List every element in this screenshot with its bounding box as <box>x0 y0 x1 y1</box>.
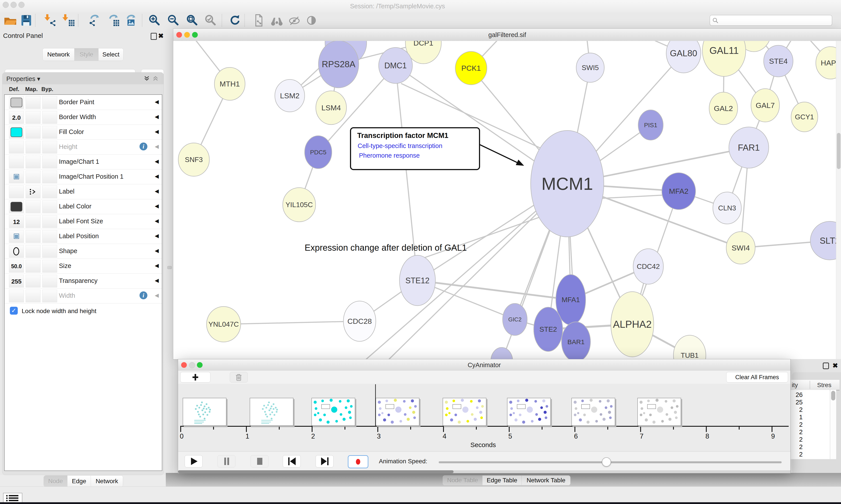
collapse-arrow-icon[interactable]: ◀ <box>155 263 159 269</box>
save-session-icon[interactable] <box>19 13 33 28</box>
close-table-panel-icon[interactable]: ✖ <box>833 362 838 370</box>
property-byp-cell[interactable] <box>42 141 57 154</box>
tab-node-table[interactable]: Node Table <box>443 475 482 485</box>
cyanimator-timeline[interactable]: 0123456789 Seconds <box>178 384 790 451</box>
property-map-cell[interactable] <box>25 230 40 243</box>
collapse-arrow-icon[interactable]: ◀ <box>155 248 159 254</box>
timeline-frame-3[interactable] <box>311 398 355 426</box>
network-node-dmc1[interactable]: DMC1 <box>379 48 412 84</box>
clear-all-frames-button[interactable]: Clear All Frames <box>726 372 788 382</box>
network-node-hap2[interactable]: HAP2 <box>816 47 836 79</box>
network-node-yil105c[interactable]: YIL105C <box>283 187 316 222</box>
refresh-icon[interactable] <box>228 13 242 28</box>
network-node-pdc5[interactable]: PDC5 <box>305 136 332 168</box>
property-map-cell[interactable] <box>25 260 40 273</box>
collapse-arrow-icon[interactable]: ◀ <box>155 158 159 164</box>
collapse-arrow-icon[interactable]: ◀ <box>155 114 159 120</box>
network-node-botp[interactable] <box>491 347 513 359</box>
network-node-mcm1[interactable]: MCM1 <box>531 130 604 237</box>
network-node-tub1[interactable]: TUB1 <box>674 335 706 359</box>
collapse-arrow-icon[interactable]: ◀ <box>155 277 159 284</box>
pause-button[interactable] <box>217 455 235 467</box>
network-node-snf3[interactable]: SNF3 <box>178 143 209 176</box>
play-button[interactable] <box>185 455 202 467</box>
property-def-cell[interactable] <box>9 96 24 109</box>
add-frame-button[interactable] <box>180 372 211 382</box>
delete-frame-button[interactable] <box>230 372 248 382</box>
tab-network[interactable]: Network <box>91 475 123 487</box>
tab-node[interactable]: Node <box>44 475 68 487</box>
collapse-arrow-icon[interactable]: ◀ <box>155 292 159 299</box>
tab-style[interactable]: Style <box>74 48 99 61</box>
timeline-frame-4[interactable] <box>376 398 419 426</box>
network-node-gal80[interactable]: GAL80 <box>666 41 701 73</box>
column-header-stress[interactable]: Stres <box>817 382 831 389</box>
task-history-button[interactable] <box>3 493 22 503</box>
zoom-out-icon[interactable] <box>166 13 180 28</box>
divider-handle-icon[interactable] <box>167 266 172 269</box>
property-byp-cell[interactable] <box>42 260 57 273</box>
tab-network[interactable]: Network <box>43 48 74 61</box>
network-node-swi5[interactable]: SWI5 <box>576 53 604 82</box>
collapse-all-icon[interactable] <box>152 75 159 82</box>
tab-select[interactable]: Select <box>99 48 123 61</box>
next-button[interactable] <box>316 455 334 467</box>
property-def-cell[interactable] <box>9 230 24 243</box>
open-session-icon[interactable] <box>3 13 18 28</box>
tab-edge[interactable]: Edge <box>68 475 91 487</box>
new-table-icon[interactable] <box>106 13 121 28</box>
timeline-playhead[interactable] <box>375 384 376 426</box>
timeline-horizontal-scrollbar[interactable] <box>178 470 790 473</box>
scrollbar-thumb[interactable] <box>831 391 835 400</box>
network-annotation[interactable]: Transcription factor MCM1 Cell-type-spec… <box>350 127 480 170</box>
record-button[interactable] <box>348 455 369 468</box>
network-node-swi4[interactable]: SWI4 <box>726 232 755 264</box>
open-session-file-icon[interactable] <box>252 13 266 28</box>
property-byp-cell[interactable] <box>42 200 57 213</box>
zoom-window-button[interactable] <box>18 2 24 8</box>
network-node-bar1[interactable]: BAR1 <box>561 322 590 359</box>
property-byp-cell[interactable] <box>42 170 57 183</box>
property-map-cell[interactable] <box>25 215 40 228</box>
column-header-ity[interactable]: ity <box>792 382 798 389</box>
property-byp-cell[interactable] <box>42 126 57 139</box>
property-map-cell[interactable] <box>25 185 40 198</box>
tab-network-table[interactable]: Network Table <box>522 475 570 485</box>
property-def-cell[interactable]: 255 <box>9 275 24 287</box>
stop-button[interactable] <box>251 455 269 467</box>
close-window-button[interactable] <box>3 2 9 8</box>
property-byp-cell[interactable] <box>42 275 57 287</box>
network-node-alpha2[interactable]: ALPHA2 <box>611 292 654 357</box>
network-node-gic2[interactable]: GIC2 <box>503 303 527 336</box>
network-node-cdc28[interactable]: CDC28 <box>343 301 376 341</box>
timeline-frame-6[interactable] <box>507 398 551 426</box>
properties-header[interactable]: Properties ▾ <box>2 72 164 84</box>
network-node-gcy1[interactable]: GCY1 <box>791 102 818 132</box>
annotation-link-1[interactable]: Cell-type-specific transcription <box>358 142 442 149</box>
float-panel-icon[interactable] <box>151 33 157 40</box>
property-byp-cell[interactable] <box>42 230 57 243</box>
network-node-lsm4[interactable]: LSM4 <box>316 91 346 125</box>
network-node-far1[interactable]: FAR1 <box>729 127 769 168</box>
property-byp-cell[interactable] <box>42 96 57 109</box>
property-byp-cell[interactable] <box>42 111 57 124</box>
collapse-arrow-icon[interactable]: ◀ <box>155 188 159 194</box>
property-def-cell[interactable] <box>9 185 24 198</box>
property-def-cell[interactable] <box>9 245 24 258</box>
timeline-frame-2[interactable] <box>250 398 293 426</box>
search-network-icon[interactable] <box>270 13 284 28</box>
timeline-frame-7[interactable] <box>571 398 615 426</box>
property-def-cell[interactable] <box>9 200 24 213</box>
property-map-cell[interactable] <box>25 141 40 154</box>
property-def-cell[interactable]: 12 <box>9 215 24 228</box>
search-input[interactable] <box>710 15 832 26</box>
property-map-cell[interactable] <box>25 275 40 287</box>
minimize-window-button[interactable] <box>11 2 17 8</box>
cyanimator-titlebar[interactable]: CyAnimator <box>178 359 790 371</box>
hide-graphics-details-icon[interactable] <box>287 13 301 28</box>
timeline-frame-1[interactable] <box>183 398 227 426</box>
network-node-rps28a[interactable]: RPS28A <box>319 41 359 88</box>
property-map-cell[interactable] <box>25 156 40 168</box>
property-byp-cell[interactable] <box>42 245 57 258</box>
network-vertical-scrollbar[interactable] <box>836 41 841 359</box>
